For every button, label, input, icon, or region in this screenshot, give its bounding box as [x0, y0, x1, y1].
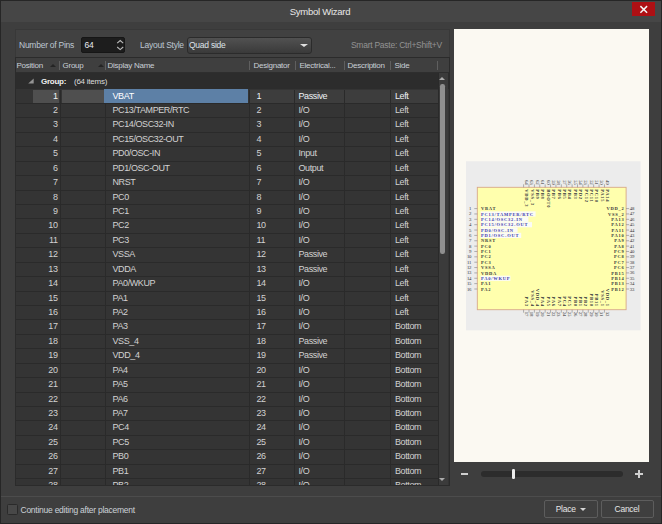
svg-text:PC11: PC11 [589, 189, 594, 202]
svg-text:PC2: PC2 [481, 254, 492, 259]
svg-text:VDD_4: VDD_4 [535, 288, 540, 306]
svg-text:PB1: PB1 [578, 296, 583, 306]
svg-text:PB2: PB2 [583, 296, 588, 306]
svg-text:VSS_4: VSS_4 [530, 290, 535, 307]
svg-text:PA8: PA8 [614, 243, 624, 248]
svg-text:PC12: PC12 [583, 189, 588, 203]
svg-text:PA12: PA12 [611, 222, 624, 227]
svg-text:PA10: PA10 [611, 233, 624, 238]
svg-text:PA14: PA14 [605, 189, 610, 202]
svg-text:PB11: PB11 [594, 293, 599, 306]
svg-text:PC1: PC1 [481, 249, 492, 254]
svg-text:PA4: PA4 [540, 296, 545, 306]
svg-text:PA11: PA11 [612, 227, 625, 232]
svg-text:PD0/OSC-IN: PD0/OSC-IN [481, 227, 514, 232]
svg-text:PB12: PB12 [611, 286, 624, 291]
svg-text:VSS_1: VSS_1 [600, 290, 605, 307]
svg-text:VBAT: VBAT [481, 206, 496, 211]
svg-text:PD1/OSC-OUT: PD1/OSC-OUT [481, 233, 519, 238]
svg-text:PC10: PC10 [594, 189, 599, 203]
svg-text:PC13/TAMPER/RTC: PC13/TAMPER/RTC [481, 211, 534, 216]
svg-text:PC0: PC0 [481, 243, 492, 248]
svg-text:PC5: PC5 [567, 296, 572, 307]
svg-text:NRST: NRST [481, 238, 496, 243]
svg-text:PA6: PA6 [551, 296, 556, 306]
svg-text:PA15: PA15 [600, 189, 605, 202]
svg-text:PC4: PC4 [562, 296, 567, 307]
svg-text:PA3: PA3 [524, 296, 529, 306]
svg-text:PB6: PB6 [557, 189, 562, 199]
svg-text:VDD_1: VDD_1 [605, 288, 610, 306]
svg-text:PB5: PB5 [562, 189, 567, 199]
svg-text:PC7: PC7 [614, 259, 625, 264]
svg-text:PA7: PA7 [557, 296, 562, 306]
svg-text:PC3: PC3 [481, 259, 492, 264]
svg-text:VSS_2: VSS_2 [608, 211, 625, 216]
svg-text:PA5: PA5 [546, 296, 551, 306]
svg-text:PD2: PD2 [578, 189, 583, 200]
svg-text:PC15/OSC32-OUT: PC15/OSC32-OUT [481, 222, 528, 227]
svg-text:PA0/WKUP: PA0/WKUP [481, 276, 510, 281]
svg-text:BOOT0: BOOT0 [546, 189, 551, 208]
svg-text:PB8: PB8 [540, 189, 545, 199]
svg-text:PB14: PB14 [611, 276, 624, 281]
svg-text:PB0: PB0 [573, 296, 578, 306]
svg-text:PB15: PB15 [611, 270, 624, 275]
svg-text:VDDA: VDDA [481, 270, 497, 275]
svg-text:VDD_2: VDD_2 [607, 206, 625, 211]
svg-text:PA13: PA13 [611, 217, 624, 222]
svg-text:VDD_3: VDD_3 [524, 189, 529, 207]
svg-text:PC6: PC6 [614, 265, 625, 270]
svg-text:PB7: PB7 [551, 189, 556, 199]
svg-text:PA2: PA2 [481, 286, 491, 291]
svg-text:PB4: PB4 [567, 189, 572, 199]
svg-text:PB13: PB13 [611, 281, 624, 286]
svg-text:PC9: PC9 [614, 249, 625, 254]
svg-text:PB10: PB10 [589, 293, 594, 306]
svg-text:VSSA: VSSA [481, 265, 496, 270]
svg-text:PB3: PB3 [573, 189, 578, 199]
svg-text:PA1: PA1 [481, 281, 491, 286]
svg-text:VSS_3: VSS_3 [530, 189, 535, 206]
svg-text:PC8: PC8 [614, 254, 625, 259]
svg-text:PB9: PB9 [535, 189, 540, 199]
svg-text:PC14/OSC32-IN: PC14/OSC32-IN [481, 217, 523, 222]
svg-text:PA9: PA9 [614, 238, 624, 243]
